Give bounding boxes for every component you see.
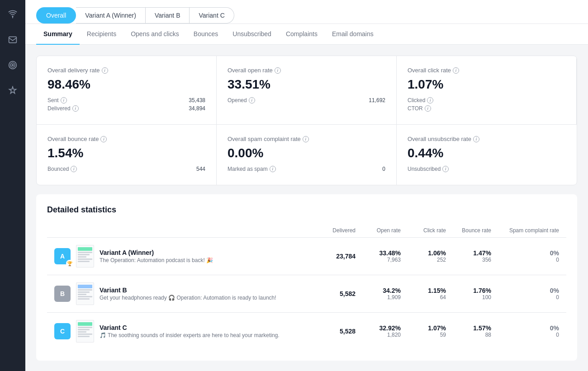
detailed-statistics-section: Detailed statistics Delivered Open rate …: [36, 194, 577, 361]
sidebar: [0, 0, 25, 371]
sent-row: Sent i 35,438: [47, 97, 205, 103]
tab-recipients[interactable]: Recipients: [80, 24, 123, 45]
unsub-row: Unsubscribed i: [408, 166, 566, 172]
variant-b-name: Variant B: [100, 286, 276, 294]
tab-overall[interactable]: Overall: [36, 7, 76, 23]
clicked-row: Clicked i: [408, 97, 565, 103]
variant-c-delivered: 5,528: [301, 328, 356, 335]
table-row: B Variant B Get your headphones ready 🎧 …: [47, 275, 566, 313]
variant-b-info: B Variant B Get your headphones ready 🎧 …: [54, 282, 301, 305]
variant-c-info: C Variant C 🎵 The soothing sounds of ins…: [54, 320, 301, 343]
bounce-rate-cell: Overall bounce rate i 1.54% Bounced i 54…: [37, 124, 217, 185]
col-delivered: Delivered: [301, 227, 356, 234]
spam-rate-cell: Overall spam complaint rate i 0.00% Mark…: [217, 124, 397, 185]
content-area: Overall delivery rate i 98.46% Sent i 35…: [25, 45, 588, 371]
target-icon[interactable]: [5, 58, 20, 72]
delivered-value: 34,894: [189, 105, 205, 112]
table-row: A 🏆 Variant A (Winner) The Operation: Au…: [47, 238, 566, 275]
tab-opens-clicks[interactable]: Opens and clicks: [123, 24, 186, 45]
svg-point-0: [12, 16, 13, 17]
delivery-rate-info-icon[interactable]: i: [102, 67, 108, 74]
variant-b-click: 1.15% 64: [401, 287, 446, 301]
col-bounce-rate: Bounce rate: [446, 227, 491, 234]
variant-b-thumbnail: [76, 282, 94, 305]
spam-info-icon[interactable]: i: [270, 166, 276, 172]
tab-variant-b[interactable]: Variant B: [146, 7, 190, 23]
variant-a-info: A 🏆 Variant A (Winner) The Operation: Au…: [54, 245, 301, 268]
variant-a-bounce: 1.47% 356: [446, 249, 491, 263]
spam-rate-info-icon[interactable]: i: [303, 136, 309, 142]
sent-value: 35,438: [189, 97, 205, 103]
tab-variant-c[interactable]: Variant C: [190, 7, 234, 23]
col-spam-rate: Spam complaint rate: [491, 227, 559, 234]
delivery-rate-label: Overall delivery rate i: [47, 67, 205, 74]
tab-email-domains[interactable]: Email domains: [325, 24, 381, 45]
spam-value: 0: [382, 166, 385, 172]
sent-info-icon[interactable]: i: [61, 97, 67, 103]
table-header: Delivered Open rate Click rate Bounce ra…: [47, 224, 566, 238]
svg-point-5: [12, 64, 13, 66]
table-row: C Variant C 🎵 The soothing sounds of ins…: [47, 313, 566, 350]
variant-tab-row: Overall Variant A (Winner) Variant B Var…: [36, 7, 577, 23]
clicked-info-icon[interactable]: i: [427, 97, 433, 103]
delivered-info-icon[interactable]: i: [72, 105, 79, 112]
broadcast-icon[interactable]: [5, 7, 20, 22]
variant-b-bounce: 1.76% 100: [446, 287, 491, 301]
click-rate-value: 1.07%: [408, 77, 565, 92]
variant-a-click: 1.06% 252: [401, 249, 446, 263]
variant-c-click: 1.07% 59: [401, 324, 446, 338]
variant-c-thumbnail: [76, 320, 94, 343]
variant-a-open: 33.48% 7,963: [356, 249, 401, 263]
tab-summary[interactable]: Summary: [36, 24, 80, 45]
spark-icon[interactable]: [5, 83, 20, 98]
bounce-rate-label: Overall bounce rate i: [47, 136, 205, 142]
variant-b-subject: Get your headphones ready 🎧 Operation: A…: [100, 295, 276, 301]
col-variant: [54, 227, 301, 234]
open-rate-value: 33.51%: [228, 77, 385, 92]
sub-tabs-container: Summary Recipients Opens and clicks Boun…: [25, 24, 588, 45]
ctor-info-icon[interactable]: i: [425, 105, 431, 112]
variant-c-badge: C: [54, 323, 71, 339]
tab-bounces[interactable]: Bounces: [186, 24, 225, 45]
col-open-rate: Open rate: [356, 227, 401, 234]
opened-value: 11,692: [369, 97, 385, 103]
spam-rate-value: 0.00%: [228, 146, 385, 160]
variant-c-subject: 🎵 The soothing sounds of insider experts…: [100, 332, 280, 338]
variant-a-badge: A 🏆: [54, 248, 71, 264]
main-content: Overall Variant A (Winner) Variant B Var…: [25, 0, 588, 371]
svg-point-4: [10, 63, 15, 67]
variant-b-spam: 0% 0: [491, 287, 559, 301]
unsub-rate-value: 0.44%: [408, 146, 566, 160]
email-icon[interactable]: [5, 33, 20, 47]
bounce-rate-value: 1.54%: [47, 146, 205, 160]
unsub-rate-label: Overall unsubscribe rate i: [408, 136, 566, 142]
opened-info-icon[interactable]: i: [249, 97, 255, 103]
click-rate-info-icon[interactable]: i: [453, 67, 459, 74]
bounced-row: Bounced i 544: [47, 166, 205, 172]
unsub-rate-info-icon[interactable]: i: [473, 136, 479, 142]
bounced-value: 544: [196, 166, 205, 172]
detailed-stats-title: Detailed statistics: [47, 205, 566, 215]
variant-b-badge: B: [54, 286, 71, 302]
top-stats-grid: Overall delivery rate i 98.46% Sent i 35…: [36, 56, 577, 185]
svg-rect-2: [9, 37, 17, 42]
spam-rate-label: Overall spam complaint rate i: [228, 136, 385, 142]
tab-unsubscribed[interactable]: Unsubscribed: [225, 24, 279, 45]
variant-a-delivered: 23,784: [301, 253, 356, 260]
variant-a-thumbnail: [76, 245, 94, 268]
tab-variant-a[interactable]: Variant A (Winner): [76, 7, 146, 23]
variant-b-delivered: 5,582: [301, 290, 356, 297]
bounce-rate-info-icon[interactable]: i: [100, 136, 107, 142]
unsub-info-icon[interactable]: i: [442, 166, 449, 172]
open-rate-info-icon[interactable]: i: [275, 67, 281, 74]
variant-a-subject: The Operation: Automation podcast is bac…: [100, 257, 213, 263]
variant-c-bounce: 1.57% 88: [446, 324, 491, 338]
spam-row: Marked as spam i 0: [228, 166, 385, 172]
delivery-rate-cell: Overall delivery rate i 98.46% Sent i 35…: [37, 56, 217, 124]
click-rate-cell: Overall click rate i 1.07% Clicked i CTO…: [397, 56, 577, 124]
open-rate-label: Overall open rate i: [228, 67, 385, 74]
tab-complaints[interactable]: Complaints: [279, 24, 325, 45]
variant-tabs-container: Overall Variant A (Winner) Variant B Var…: [25, 0, 588, 24]
bounced-info-icon[interactable]: i: [71, 166, 77, 172]
delivered-row: Delivered i 34,894: [47, 105, 205, 112]
